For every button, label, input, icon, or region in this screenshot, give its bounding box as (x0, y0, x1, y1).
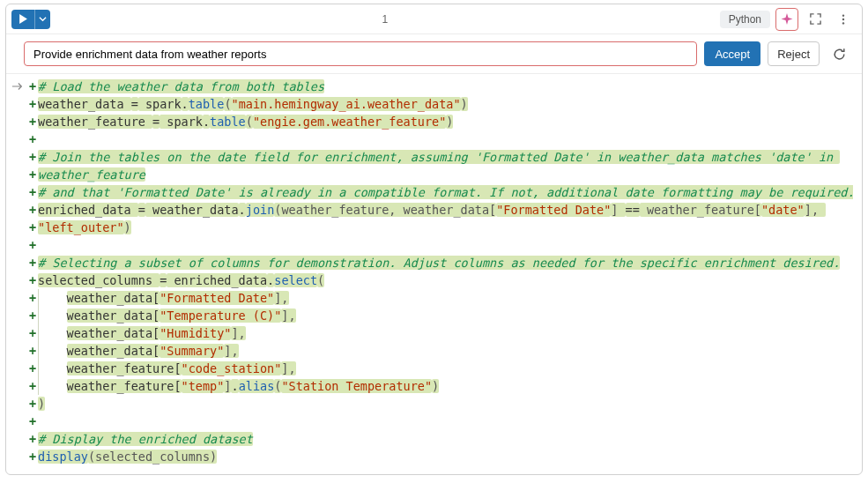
more-options-button[interactable] (832, 8, 855, 31)
diff-add-marker: + (27, 395, 38, 413)
svg-point-0 (842, 14, 844, 16)
code-line[interactable]: weather_data["Formatted Date"], (38, 289, 846, 307)
diff-add-marker: + (27, 183, 38, 201)
code-line[interactable] (38, 413, 846, 430)
diff-add-marker: + (27, 430, 38, 448)
diff-add-marker: + (27, 166, 38, 183)
diff-add-marker: + (27, 78, 38, 95)
fold-arrow-gutter (8, 78, 27, 465)
code-lines[interactable]: # Load the weather data from both tables… (38, 78, 853, 465)
diff-add-marker: + (27, 342, 38, 360)
regenerate-button[interactable] (827, 41, 851, 66)
code-line[interactable]: weather_feature = spark.table("engie.gem… (38, 113, 846, 130)
code-line[interactable]: # Load the weather data from both tables (38, 78, 846, 95)
diff-add-marker: + (27, 271, 38, 289)
code-line[interactable]: weather_feature["code_station"], (38, 360, 846, 377)
diff-add-marker: + (27, 201, 38, 219)
diff-add-marker: + (27, 254, 38, 271)
language-badge[interactable]: Python (720, 11, 770, 28)
code-editor[interactable]: ++++++++++++++++++++++ # Load the weathe… (6, 74, 862, 474)
code-line[interactable]: # Selecting a subset of columns for demo… (38, 254, 846, 271)
diff-add-marker: + (27, 130, 38, 148)
accept-button[interactable]: Accept (704, 41, 760, 66)
reject-button[interactable]: Reject (768, 41, 820, 66)
diff-add-marker: + (27, 95, 38, 113)
code-line[interactable]: display(selected_columns) (38, 448, 846, 465)
ai-prompt-row: Accept Reject (6, 34, 862, 74)
run-button[interactable] (11, 10, 34, 29)
fold-arrow-icon[interactable] (8, 78, 27, 95)
code-line[interactable]: weather_data["Humidity"], (38, 324, 846, 342)
code-line[interactable] (38, 236, 846, 254)
diff-add-marker: + (27, 113, 38, 130)
code-line[interactable]: weather_data["Temperature (C)"], (38, 307, 846, 324)
diff-add-marker: + (27, 219, 38, 236)
diff-add-marker: + (27, 324, 38, 342)
code-line[interactable]: weather_data = spark.table("main.hemingw… (38, 95, 846, 113)
ai-assist-button[interactable] (775, 8, 798, 31)
diff-add-marker: + (27, 448, 38, 465)
svg-point-1 (842, 18, 844, 19)
cell-toolbar: 1 Python (6, 4, 862, 34)
code-line[interactable]: # Join the tables on the date field for … (38, 148, 846, 166)
svg-point-2 (842, 22, 844, 24)
diff-add-marker: + (27, 360, 38, 377)
code-line[interactable]: # Display the enriched dataset (38, 430, 846, 448)
code-line[interactable]: weather_feature (38, 166, 846, 183)
code-line[interactable] (38, 130, 846, 148)
diff-add-marker: + (27, 377, 38, 395)
diff-add-marker: + (27, 148, 38, 166)
run-button-group (11, 10, 50, 29)
sparkle-icon (780, 12, 794, 26)
fullscreen-button[interactable] (804, 8, 827, 31)
code-line[interactable]: enriched_data = weather_data.join(weathe… (38, 201, 846, 219)
kebab-icon (837, 13, 849, 26)
refresh-icon (832, 47, 847, 62)
notebook-cell: 1 Python Accept Reject (5, 4, 863, 475)
code-line[interactable]: # and that 'Formatted Date' is already i… (38, 183, 846, 201)
code-line[interactable]: ) (38, 395, 846, 413)
diff-add-marker: + (27, 236, 38, 254)
ai-prompt-input[interactable] (24, 41, 697, 66)
code-line[interactable]: selected_columns = enriched_data.select( (38, 271, 846, 289)
chevron-down-icon (39, 15, 47, 23)
code-line[interactable]: "left_outer") (38, 219, 846, 236)
diff-add-gutter: ++++++++++++++++++++++ (27, 78, 38, 465)
play-icon (19, 14, 28, 24)
code-line[interactable]: weather_data["Summary"], (38, 342, 846, 360)
diff-add-marker: + (27, 289, 38, 307)
fullscreen-icon (809, 12, 822, 26)
run-dropdown[interactable] (34, 10, 50, 29)
diff-add-marker: + (27, 307, 38, 324)
diff-add-marker: + (27, 413, 38, 430)
cell-number: 1 (56, 13, 715, 26)
code-line[interactable]: weather_feature["temp"].alias("Station T… (38, 377, 846, 395)
